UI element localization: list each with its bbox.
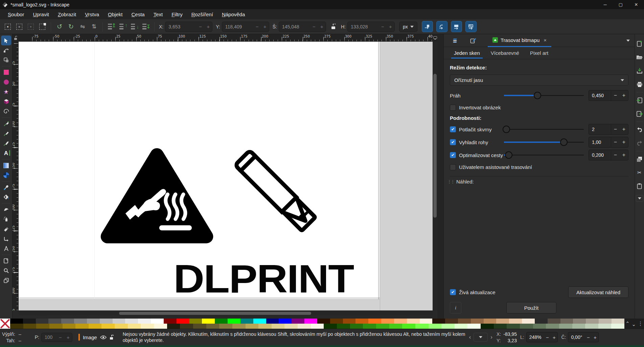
color-swatch[interactable] — [507, 324, 520, 329]
threshold-slider[interactable] — [504, 92, 584, 99]
width-minus-button[interactable]: − — [310, 22, 318, 31]
rotate-cw-button[interactable]: ↻ — [66, 22, 76, 32]
menu-soubor[interactable]: Soubor — [3, 10, 28, 19]
color-swatch[interactable] — [407, 319, 420, 324]
raise-to-top-button[interactable] — [106, 22, 116, 32]
color-swatch[interactable] — [520, 324, 533, 329]
smooth-corners-slider[interactable] — [504, 138, 584, 146]
menu-upravit[interactable]: Upravit — [28, 10, 53, 19]
color-swatch[interactable] — [232, 324, 246, 329]
height-minus-button[interactable]: − — [379, 22, 387, 31]
color-swatch[interactable] — [494, 324, 507, 329]
color-swatch[interactable] — [61, 319, 74, 324]
color-swatch[interactable] — [115, 324, 128, 329]
color-swatch[interactable] — [330, 319, 343, 324]
horizontal-ruler[interactable]: -75-50-250255075100125150175200225250275… — [19, 34, 433, 42]
menu-text[interactable]: Text — [149, 10, 167, 19]
color-swatch[interactable] — [253, 319, 266, 324]
color-swatch[interactable] — [389, 324, 402, 329]
tab-single-scan[interactable]: Jeden sken — [450, 48, 484, 58]
color-swatch[interactable] — [376, 324, 389, 329]
color-swatch[interactable] — [246, 324, 259, 329]
opacity-minus-button[interactable]: − — [56, 333, 64, 342]
zoom-plus-button[interactable]: + — [551, 332, 557, 342]
slider-handle[interactable] — [534, 92, 541, 99]
raise-button[interactable] — [118, 22, 128, 32]
color-swatch[interactable] — [206, 324, 220, 329]
color-swatch[interactable] — [324, 324, 337, 329]
color-swatch[interactable] — [167, 324, 180, 329]
plus-button[interactable]: + — [620, 124, 628, 134]
dock-tab-objects[interactable] — [467, 36, 479, 46]
color-swatch[interactable] — [63, 324, 76, 329]
slider-handle[interactable] — [505, 151, 512, 159]
color-swatch[interactable] — [75, 324, 89, 329]
pages-tool[interactable] — [1, 276, 11, 285]
connector-tool[interactable] — [1, 234, 11, 244]
color-swatch[interactable] — [441, 324, 455, 329]
suppress-speckles-checkbox[interactable]: ✔ — [450, 126, 456, 132]
live-update-row[interactable]: ✔ Živá aktualizace — [450, 287, 568, 298]
gradient-tool[interactable] — [1, 160, 11, 170]
maximize-button[interactable]: ▢ — [613, 0, 628, 9]
menu-napoveda[interactable]: Nápověda — [217, 10, 249, 19]
color-swatch[interactable] — [101, 324, 115, 329]
color-swatch[interactable] — [337, 324, 350, 329]
color-swatch[interactable] — [215, 319, 228, 324]
color-swatch[interactable] — [298, 324, 311, 329]
measure-tool[interactable] — [1, 244, 11, 254]
no-color-swatch[interactable] — [0, 319, 10, 329]
color-swatch[interactable] — [141, 324, 154, 329]
y-minus-button[interactable]: − — [253, 22, 261, 31]
save-button[interactable] — [636, 67, 644, 75]
eye-icon[interactable] — [100, 335, 107, 340]
select-box-button[interactable] — [37, 22, 47, 32]
plus-button[interactable]: + — [620, 137, 628, 147]
lower-to-bottom-button[interactable] — [141, 22, 151, 32]
color-swatch[interactable] — [455, 324, 468, 329]
color-swatch[interactable] — [343, 319, 356, 324]
paint-bucket-tool[interactable] — [1, 192, 11, 202]
suppress-speckles-slider[interactable] — [504, 126, 584, 133]
slider-handle[interactable] — [560, 138, 568, 146]
flip-horizontal-button[interactable]: ⇋ — [77, 22, 88, 32]
select-all-button[interactable]: ● — [3, 22, 13, 32]
menu-vrstva[interactable]: Vrstva — [80, 10, 104, 19]
color-swatch[interactable] — [284, 324, 298, 329]
color-swatch[interactable] — [533, 324, 546, 329]
horizontal-scrollbar[interactable] — [19, 311, 433, 316]
command-bar-more-button[interactable] — [636, 195, 643, 202]
color-swatch[interactable] — [548, 319, 560, 324]
spray-tool[interactable] — [1, 214, 11, 224]
color-swatch[interactable] — [317, 319, 330, 324]
lower-button[interactable] — [129, 22, 139, 32]
star-tool[interactable]: ★★ — [1, 87, 11, 97]
close-button[interactable]: ✕ — [628, 0, 644, 9]
color-swatch[interactable] — [164, 319, 177, 324]
color-swatch[interactable] — [189, 319, 202, 324]
move-rects-toggle[interactable] — [422, 21, 433, 32]
palette-menu-button[interactable]: ⋮ — [638, 321, 643, 327]
y-plus-button[interactable]: + — [261, 22, 269, 31]
slider-handle[interactable] — [503, 126, 510, 133]
paste-button[interactable] — [636, 182, 644, 190]
node-tool[interactable] — [1, 45, 11, 55]
color-swatch[interactable] — [258, 324, 272, 329]
height-plus-button[interactable]: + — [387, 22, 394, 31]
color-swatch[interactable] — [279, 319, 292, 324]
drag-grip-icon[interactable]: ⋮⋮ — [447, 179, 454, 184]
color-swatch[interactable] — [560, 319, 573, 324]
color-swatch[interactable] — [484, 319, 497, 324]
color-swatch[interactable] — [240, 319, 253, 324]
rotation-input[interactable]: 0,00° — [568, 332, 585, 342]
invert-image-checkbox[interactable]: ✔ — [450, 105, 456, 111]
color-swatch[interactable] — [23, 324, 37, 329]
calligraphy-tool[interactable] — [1, 138, 11, 148]
zoom-minus-button[interactable]: − — [544, 332, 551, 342]
layer-dropdown[interactable] — [474, 333, 488, 342]
color-swatch[interactable] — [49, 324, 63, 329]
apply-button[interactable]: Použít — [506, 302, 556, 313]
color-swatch[interactable] — [154, 324, 167, 329]
color-swatch[interactable] — [177, 319, 189, 324]
invert-image-row[interactable]: ✔ Invertovat obrázek — [450, 102, 628, 113]
